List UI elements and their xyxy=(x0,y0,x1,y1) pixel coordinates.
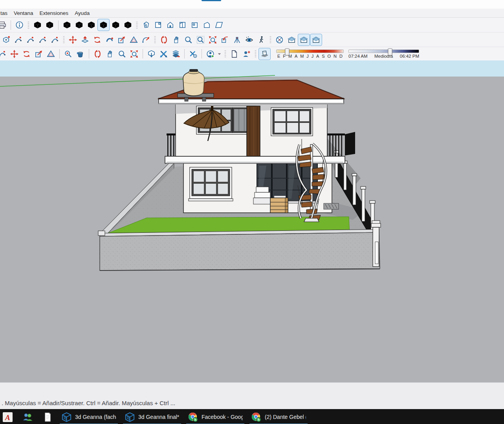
taskbar-window-title: 3d Geanna final* - ... xyxy=(138,414,180,420)
toolbar-separator xyxy=(58,20,59,30)
display-section-fill-icon[interactable] xyxy=(310,34,322,46)
zoom-extents-tool-icon[interactable] xyxy=(207,34,219,46)
time-slider-thumb[interactable] xyxy=(388,48,392,55)
dark-style-icon[interactable] xyxy=(122,19,134,31)
orbit-tool-icon[interactable] xyxy=(92,48,104,60)
warehouse-download-icon[interactable] xyxy=(145,48,158,60)
arc-tool-icon[interactable] xyxy=(12,34,24,46)
shaded-style-icon[interactable] xyxy=(85,19,97,31)
toolbar-grip[interactable] xyxy=(63,35,65,44)
account-dropdown-caret-icon[interactable] xyxy=(216,48,222,60)
month-tick: O xyxy=(328,54,331,58)
move-tool-icon[interactable] xyxy=(8,48,20,60)
zoom-tool-icon[interactable] xyxy=(182,34,194,46)
corner-post[interactable] xyxy=(371,221,381,267)
model-info-icon[interactable] xyxy=(13,19,26,31)
manage-extensions-icon[interactable] xyxy=(187,48,199,60)
perspective-view-icon[interactable] xyxy=(213,19,225,31)
right-view-icon[interactable] xyxy=(176,19,189,31)
toolbar-grip[interactable] xyxy=(224,49,226,58)
zoom-extents-tool-icon[interactable] xyxy=(128,48,140,60)
print-icon[interactable] xyxy=(0,19,8,31)
shadow-date-track[interactable] xyxy=(276,49,344,53)
taskbar-contacts-button[interactable] xyxy=(21,409,35,424)
add-person-icon[interactable] xyxy=(240,48,253,60)
shadow-time-slider[interactable]: 07:24 AM Mediodía 06:42 PM xyxy=(348,49,419,58)
rotate-tool-icon[interactable] xyxy=(91,34,103,46)
section-plane-icon[interactable] xyxy=(273,34,286,46)
taskbar-chrome-window-1[interactable]: Facebook - Google ... xyxy=(186,409,244,424)
account-icon[interactable] xyxy=(204,48,216,60)
pan-tool-icon[interactable] xyxy=(104,48,116,60)
rotated-rectangle-tool-icon[interactable] xyxy=(140,34,152,46)
shadow-date-slider[interactable]: EFMAMJJASOND xyxy=(276,49,344,58)
3d-viewport[interactable] xyxy=(0,60,504,382)
select-tool-partial-icon[interactable] xyxy=(0,48,8,60)
iso-view-icon[interactable] xyxy=(140,19,152,31)
toggle-shadows-icon[interactable] xyxy=(258,48,271,60)
pushpull-tool-icon[interactable] xyxy=(79,34,91,46)
toolbar-grip[interactable] xyxy=(154,35,156,44)
xray-style-icon[interactable] xyxy=(31,19,44,31)
position-camera-icon[interactable] xyxy=(231,34,243,46)
scale-tool-icon[interactable] xyxy=(33,48,45,60)
orbit-tool-icon[interactable] xyxy=(158,34,170,46)
second-floor-door[interactable] xyxy=(247,106,260,156)
menu-herramientas-truncated[interactable]: tas xyxy=(0,9,11,17)
zoom-window-tool-icon[interactable] xyxy=(194,34,207,46)
look-around-icon[interactable] xyxy=(243,34,255,46)
menu-extensiones[interactable]: Extensiones xyxy=(37,9,72,17)
move-tool-icon[interactable] xyxy=(67,34,79,46)
front-view-icon[interactable] xyxy=(164,19,176,31)
taskbar-sketchup-window-2[interactable]: 3d Geanna final* - ... xyxy=(123,409,181,424)
pan-tool-icon[interactable] xyxy=(170,34,182,46)
first-floor-window[interactable] xyxy=(189,167,233,201)
left-view-icon[interactable] xyxy=(201,19,213,31)
back-edges-style-icon[interactable] xyxy=(44,19,56,31)
offset-tool-icon[interactable] xyxy=(45,48,57,60)
shadow-time-track[interactable] xyxy=(348,49,419,53)
extension-warehouse-icon[interactable] xyxy=(158,48,170,60)
time-start-label: 07:24 AM xyxy=(348,54,368,58)
wooden-crate[interactable] xyxy=(270,198,288,213)
menu-ayuda[interactable]: Ayuda xyxy=(71,9,93,17)
followme-tool-icon[interactable] xyxy=(103,34,115,46)
taskbar-autocad-button[interactable] xyxy=(1,409,15,424)
zoom-tool-icon[interactable] xyxy=(116,48,128,60)
toolbar-grip[interactable] xyxy=(136,21,138,29)
second-floor-right-window[interactable] xyxy=(271,108,313,136)
scale-tool-icon[interactable] xyxy=(115,34,128,46)
arc-3pt-tool-icon[interactable] xyxy=(37,34,49,46)
chrome-icon xyxy=(188,412,198,422)
arc-2pt-tool-icon[interactable] xyxy=(24,34,37,46)
front-wall[interactable] xyxy=(98,229,380,270)
shaded-with-textures-style-icon[interactable] xyxy=(97,19,110,31)
hidden-line-style-icon[interactable] xyxy=(73,19,85,31)
menu-ventana[interactable]: Ventana xyxy=(11,9,37,17)
back-view-icon[interactable] xyxy=(189,19,201,31)
previous-view-icon[interactable] xyxy=(219,34,231,46)
display-section-cuts-icon[interactable] xyxy=(298,34,310,46)
offset-tool-icon[interactable] xyxy=(128,34,140,46)
share-model-icon[interactable] xyxy=(170,48,182,60)
date-slider-thumb[interactable] xyxy=(285,48,290,55)
polygon-tool-icon[interactable] xyxy=(0,34,12,46)
toolbar-grip[interactable] xyxy=(255,49,257,58)
model-scene[interactable] xyxy=(0,60,504,382)
top-view-icon[interactable] xyxy=(152,19,164,31)
taskbar-chrome-window-2[interactable]: (2) Dante Gebel #95... xyxy=(249,409,308,424)
walk-tool-icon[interactable] xyxy=(255,34,268,46)
taskbar-notepad-button[interactable] xyxy=(41,409,55,424)
bench[interactable] xyxy=(253,187,271,204)
wireframe-style-icon[interactable] xyxy=(61,19,73,31)
toolbar-grip[interactable] xyxy=(27,21,29,29)
rotate-tool-icon[interactable] xyxy=(20,48,33,60)
monochrome-style-icon[interactable] xyxy=(110,19,122,31)
pie-tool-icon[interactable] xyxy=(49,34,61,46)
display-section-planes-icon[interactable] xyxy=(286,34,298,46)
toolbar-grip[interactable] xyxy=(269,35,271,44)
new-document-icon[interactable] xyxy=(228,48,240,60)
sample-paint-icon[interactable] xyxy=(62,48,74,60)
paint-bucket-icon[interactable] xyxy=(74,48,86,60)
taskbar-sketchup-window-1[interactable]: 3d Geanna (fachad... xyxy=(60,409,118,424)
